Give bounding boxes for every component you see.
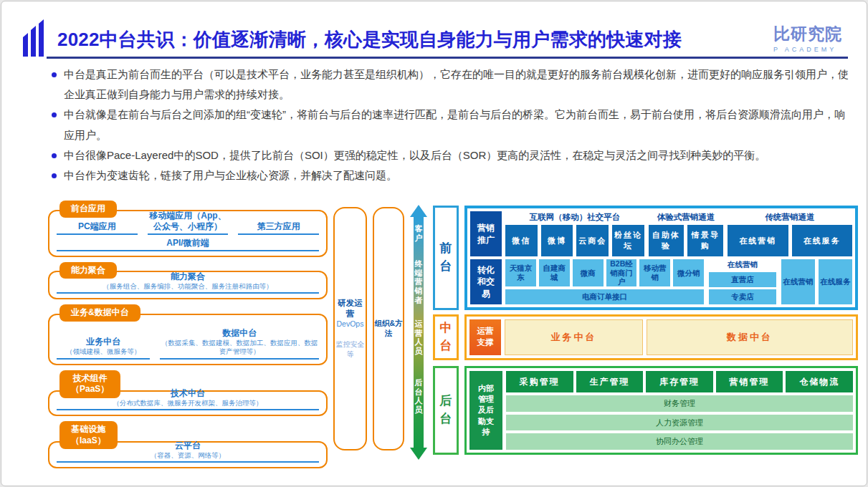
cell-title: 业务中台 xyxy=(57,337,150,347)
item-box: 情景导购 xyxy=(687,225,723,256)
channel-items: 天猫京东 自建商城 微商 B2B经销商门户 移动营销 微分销 xyxy=(505,259,704,286)
front-platform-box: 营销推广 互联网（移动）社交平台 微信 微博 云商会 粉丝论坛 xyxy=(464,206,858,310)
back-platform-box: 内部管理及后勤支持 采购管理 生产管理 库存管理 营销管理 仓储物流 财务管理 … xyxy=(464,366,858,455)
item-box: 移动营销 xyxy=(639,259,670,286)
layer-infrastructure-iaas: 基础设施 （IaaS） 云平台 （容器、资源、网络等） xyxy=(48,421,328,468)
layer-cell: API/微前端 xyxy=(57,238,319,251)
bullet-dot-icon xyxy=(52,173,57,178)
tier-label: 前台 xyxy=(439,240,453,275)
marketing-row: 营销推广 互联网（移动）社交平台 微信 微博 云商会 粉丝论坛 xyxy=(470,211,852,256)
row-label: 内部管理及后勤支持 xyxy=(469,371,502,450)
back-platform-content: 采购管理 生产管理 库存管理 营销管理 仓储物流 财务管理 人力资源管理 协同办… xyxy=(506,371,853,450)
arrow-label-operations-staff: 运营人员 xyxy=(414,319,424,356)
list-item: 中台就像是在前台与后台之间添加的组“变速轮”，将前台与后台的速率进行匹配，是前台… xyxy=(52,105,851,145)
item-box: 专卖店 xyxy=(709,289,776,304)
order-interface-bar: 电商订单接口 xyxy=(505,289,704,304)
layer-cell: 移动端应用（App、公众号、小程序） xyxy=(148,211,229,235)
business-middleplatform-box: 业务中台 xyxy=(505,319,643,355)
tier-front: 前台 xyxy=(433,206,459,310)
item-box: 微商 xyxy=(573,259,604,286)
pillar-subtitle: DevOps xyxy=(337,319,364,328)
item-box: 库存管理 xyxy=(646,371,713,392)
layer-tab: 基础设施 （IaaS） xyxy=(59,421,118,449)
tier-middle: 中台 xyxy=(433,314,459,360)
online-marketing-group: 在线营销 直营店 专卖店 xyxy=(707,259,778,304)
org-method-pillar: 组织&方法 xyxy=(373,207,404,450)
item-box: 微信 xyxy=(505,225,538,256)
arrow-label-backoffice-staff: 后台人员 xyxy=(414,378,424,415)
bullet-text: 中台就像是在前台与后台之间添加的组“变速轮”，将前台与后台的速率进行匹配，是前台… xyxy=(64,105,851,145)
tier-label: 中台 xyxy=(439,319,453,355)
title-underline xyxy=(47,57,848,59)
middle-platform-box: 运营支撑 业务中台 数据中台 xyxy=(464,314,858,360)
cell-subtitle: （数据采集、数据建模、数据加工、数据应用、数据资产管理等） xyxy=(160,339,319,357)
item-box: 在线服务 xyxy=(792,225,852,256)
left-layer-stack: 前台应用 PC端应用 移动端应用（App、公众号、小程序） 第三方应用 API/… xyxy=(48,201,328,463)
cell-title: PC端应用 xyxy=(57,221,138,232)
list-item: 中台作为变速齿轮，链接了用户与企业核心资源，并解决了配速问题。 xyxy=(52,165,851,185)
row-label-text: 营销推广 xyxy=(477,222,495,245)
divider xyxy=(57,409,319,410)
item-box: 自助体验 xyxy=(649,225,685,256)
layer-tab: 业务&数据中台 xyxy=(59,304,140,322)
pillar-note: 监控安全等 xyxy=(335,339,366,360)
item-box: 采购管理 xyxy=(506,371,573,392)
group-title: 互联网（移动）社交平台 xyxy=(505,211,644,225)
tier-back: 后台 xyxy=(433,366,459,455)
group-traditional-channel: 传统营销通道 在线营销 在线服务 xyxy=(728,211,852,256)
group-items: 微信 微博 云商会 粉丝论坛 xyxy=(505,225,644,256)
slide: 比研究院 P ACADEMY 2022中台共识：价值逐渐清晰，核心是实现自身能力… xyxy=(1,1,867,486)
bullet-dot-icon xyxy=(52,72,57,77)
wide-row: 协同办公管理 xyxy=(506,433,853,450)
ecommerce-block: 天猫京东 自建商城 微商 B2B经销商门户 移动营销 微分销 电商订单接口 xyxy=(505,259,704,304)
tier-labels: 前台 中台 后台 xyxy=(433,206,459,463)
header: 比研究院 P ACADEMY 2022中台共识：价值逐渐清晰，核心是实现自身能力… xyxy=(1,1,867,62)
item-box: 直营店 xyxy=(709,272,776,287)
item-box: 微博 xyxy=(541,225,573,256)
layer-cell: 业务中台 （领域建模、微服务等） xyxy=(57,328,150,360)
group-experience-channel: 体验式营销通道 自助体验 情景导购 xyxy=(649,211,723,256)
divider xyxy=(57,292,319,294)
cell-title: API/微前端 xyxy=(57,238,319,249)
conversion-row: 转化和交易 天猫京东 自建商城 微商 B2B经销商门户 移动营销 微分销 xyxy=(470,259,852,304)
cell-subtitle: （服务组合、服务编排、功能聚合、服务注册和路由等） xyxy=(57,282,319,291)
group-items: 自助体验 情景导购 xyxy=(649,225,723,256)
layer-tab: 能力聚合 xyxy=(59,262,117,279)
arrow-label-terminal-marketer: 终端营销者 xyxy=(414,259,424,304)
group-title: 体验式营销通道 xyxy=(649,211,723,225)
brand-logo-en: P ACADEMY xyxy=(773,46,842,53)
divider xyxy=(160,358,319,360)
item-box: 粉丝论坛 xyxy=(612,225,644,256)
management-row: 采购管理 生产管理 库存管理 营销管理 仓储物流 xyxy=(506,371,853,392)
brand-logo: 比研究院 P ACADEMY xyxy=(773,23,842,53)
cell-title: 第三方应用 xyxy=(238,221,319,232)
divider xyxy=(57,358,150,360)
item-box: 微分销 xyxy=(673,259,704,286)
divider xyxy=(57,233,138,235)
architecture-diagram: 前台应用 PC端应用 移动端应用（App、公众号、小程序） 第三方应用 API/… xyxy=(48,201,858,463)
item-box: 在线营销 xyxy=(781,259,815,304)
layer-cell: 数据中台 （数据采集、数据建模、数据加工、数据应用、数据资产管理等） xyxy=(160,328,319,360)
item-box: 生产管理 xyxy=(576,371,644,392)
row-label-text: 运营支撑 xyxy=(477,326,494,348)
layer-tech-components-paas: 技术组件 （PaaS） 技术中台 （分布式数据库、微服务开发框架、服务治理等） xyxy=(48,370,328,416)
item-box: 在线营销 xyxy=(728,225,788,256)
devops-pillar: 研发运营 DevOps 监控安全等 xyxy=(333,207,367,450)
group-title: 在线营销 xyxy=(709,259,776,270)
list-item: 中台很像Pace-Layered中的SOD，提供了比前台（SOI）更强的稳定性，… xyxy=(52,145,851,165)
arrow-label-customer: 客户 xyxy=(414,224,424,242)
bullet-text: 中台很像Pace-Layered中的SOD，提供了比前台（SOI）更强的稳定性，… xyxy=(64,145,766,165)
row-label-text: 内部管理及后勤支持 xyxy=(477,383,494,438)
item-box: 营销管理 xyxy=(716,371,783,392)
right-platform-stack: 营销推广 互联网（移动）社交平台 微信 微博 云商会 粉丝论坛 xyxy=(464,206,858,463)
cell-title: 移动端应用（App、公众号、小程序） xyxy=(148,211,229,232)
layer-cell: 第三方应用 xyxy=(238,211,319,235)
layer-frontend-apps: 前台应用 PC端应用 移动端应用（App、公众号、小程序） 第三方应用 API/… xyxy=(48,201,328,257)
item-box: 自建商城 xyxy=(539,259,570,286)
bullet-dot-icon xyxy=(52,153,57,158)
page-title: 2022中台共识：价值逐渐清晰，核心是实现自身能力与用户需求的快速对接 xyxy=(57,27,682,52)
layer-business-data-middleplatform: 业务&数据中台 业务中台 （领域建模、微服务等） 数据中台 （数据采集、数据建模… xyxy=(48,304,328,365)
arrow-down-icon xyxy=(410,448,427,460)
tier-label: 后台 xyxy=(439,392,453,428)
group-title: 传统营销通道 xyxy=(728,211,852,225)
